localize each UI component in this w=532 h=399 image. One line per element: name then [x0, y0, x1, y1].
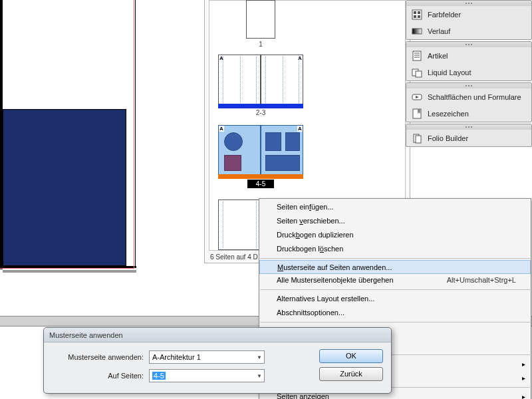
page-thumb-2[interactable]: A — [218, 55, 261, 105]
bleed-guide-bottom — [0, 268, 134, 269]
menu-label: Seiten verschieben... — [277, 217, 345, 225]
content-rect-icon — [265, 155, 300, 171]
column-guide — [299, 57, 299, 103]
menu-separator — [260, 258, 530, 259]
menu-label: Alternatives Layout erstellen... — [277, 295, 374, 303]
panel-farbfelder[interactable]: Farbfelder — [406, 6, 531, 23]
combo-aufseiten[interactable]: 4-5 ▼ — [149, 369, 265, 382]
panel-label: Liquid Layout — [428, 68, 471, 76]
liquid-layout-icon — [412, 67, 422, 78]
menu-druckbogen-loeschen[interactable]: Druckbogen löschen — [259, 242, 531, 256]
page-shadow — [3, 270, 136, 273]
master-badge: A — [219, 126, 224, 132]
spread-color-label — [218, 104, 303, 108]
svg-rect-4 — [418, 15, 420, 18]
label-musterseite: Musterseite anwenden: — [52, 353, 149, 361]
ok-button[interactable]: OK — [319, 349, 383, 363]
menu-abschnittsoptionen[interactable]: Abschnittsoptionen... — [259, 306, 531, 320]
column-guide — [283, 57, 283, 103]
page-label-4-5: 4-5 — [247, 180, 274, 188]
svg-rect-2 — [418, 11, 420, 14]
svg-rect-15 — [416, 136, 421, 143]
panel-schaltflaechen[interactable]: Schaltflächen und Formulare — [406, 88, 531, 105]
page-thumb-5[interactable]: A — [261, 125, 303, 176]
panel-liquid-layout[interactable]: Liquid Layout — [406, 64, 531, 80]
panel-label: Farbfelder — [428, 11, 461, 19]
article-icon — [412, 51, 422, 61]
panel-grip[interactable] — [406, 124, 531, 130]
svg-rect-3 — [414, 15, 416, 18]
menu-shortcut: Alt+Umschalt+Strg+L — [447, 273, 516, 287]
panel-label: Lesezeichen — [428, 110, 469, 118]
dialog-form: Musterseite anwenden: A-Architektur 1 ▼ … — [52, 349, 310, 386]
panel-label: Folio Builder — [428, 134, 468, 142]
menu-label: Druckbogen duplizieren — [277, 231, 354, 239]
cancel-button[interactable]: Zurück — [319, 367, 383, 381]
menu-separator — [260, 289, 530, 290]
menu-label: Musterseite auf Seiten anwenden... — [277, 263, 392, 271]
spread-thumb-2-3[interactable]: A A — [218, 55, 303, 108]
column-guide — [240, 57, 241, 103]
panel-label: Verlauf — [428, 27, 450, 35]
panel-verlauf[interactable]: Verlauf — [406, 23, 531, 39]
menu-alle-uebergehen[interactable]: Alle Musterseitenobjekte übergehenAlt+Um… — [259, 273, 531, 287]
dialog-title[interactable]: Musterseite anwenden — [44, 328, 391, 342]
panel-group-folio: Folio Builder — [406, 124, 532, 147]
page-edge-right — [135, 0, 136, 268]
svg-rect-5 — [412, 29, 422, 34]
dialog-body: Musterseite anwenden: A-Architektur 1 ▼ … — [44, 342, 391, 393]
menu-druckbogen-duplizieren[interactable]: Druckbogen duplizieren — [259, 228, 531, 242]
menu-label: Druckbogen löschen — [277, 245, 343, 253]
document-canvas — [0, 0, 136, 279]
menu-seiten-verschieben[interactable]: Seiten verschieben... — [259, 214, 531, 228]
svg-rect-6 — [413, 51, 421, 61]
menu-seiten-einfuegen[interactable]: Seiten einfügen... — [259, 200, 531, 214]
menu-label: Seiten einfügen... — [277, 203, 334, 211]
panel-group-layout: Artikel Liquid Layout — [406, 41, 532, 81]
panel-artikel[interactable]: Artikel — [406, 47, 531, 64]
combo-musterseite[interactable]: A-Architektur 1 ▼ — [149, 350, 265, 364]
menu-musterseite-anwenden[interactable]: Musterseite auf Seiten anwenden... — [259, 260, 531, 274]
page-content-block — [3, 109, 126, 266]
content-circle-icon — [224, 132, 243, 151]
column-guide — [223, 201, 223, 248]
menu-alternatives-layout[interactable]: Alternatives Layout erstellen... — [259, 292, 531, 306]
panel-grip[interactable] — [406, 1, 531, 6]
page-label-2-3: 2-3 — [218, 109, 303, 116]
bleed-guide-right — [134, 0, 134, 268]
panel-grip[interactable] — [406, 42, 531, 47]
dropdown-arrow-icon: ▼ — [257, 354, 262, 360]
column-guide — [265, 57, 266, 103]
apply-master-dialog: Musterseite anwenden Musterseite anwende… — [43, 327, 392, 394]
menu-separator — [260, 322, 530, 323]
panel-label: Artikel — [428, 52, 448, 60]
spread-color-label — [218, 174, 303, 179]
panel-label: Schaltflächen und Formulare — [428, 93, 521, 101]
pages-panel-status: 6 Seiten auf 4 D — [210, 253, 258, 261]
content-rect-icon — [285, 132, 300, 151]
svg-rect-11 — [416, 71, 422, 77]
svg-rect-1 — [414, 11, 416, 14]
form-row-aufseiten: Auf Seiten: 4-5 ▼ — [52, 368, 310, 384]
spread-thumb-4-5[interactable]: A A — [218, 125, 303, 178]
panel-group-color: Farbfelder Verlauf — [406, 0, 532, 40]
dropdown-arrow-icon: ▼ — [257, 373, 262, 379]
combo-value: A-Architektur 1 — [152, 353, 201, 361]
master-badge: A — [297, 126, 303, 132]
panel-folio-builder[interactable]: Folio Builder — [406, 130, 531, 146]
column-guide — [256, 57, 257, 103]
folio-builder-icon — [412, 133, 422, 144]
form-row-musterseite: Musterseite anwenden: A-Architektur 1 ▼ — [52, 349, 310, 365]
page-thumb-3[interactable]: A — [261, 55, 303, 105]
panel-lesezeichen[interactable]: Lesezeichen — [406, 105, 531, 122]
page-thumb-6l[interactable] — [218, 200, 261, 250]
column-guide — [223, 57, 223, 103]
panel-grip[interactable] — [406, 83, 531, 88]
panel-group-interactive: Schaltflächen und Formulare Lesezeichen — [406, 82, 532, 122]
column-guide — [256, 201, 257, 248]
bookmarks-icon — [412, 108, 422, 119]
label-aufseiten: Auf Seiten: — [52, 372, 149, 380]
page-label-1: 1 — [246, 41, 275, 48]
page-thumb-4[interactable]: A — [218, 125, 261, 176]
page-thumb-1[interactable] — [246, 0, 275, 39]
